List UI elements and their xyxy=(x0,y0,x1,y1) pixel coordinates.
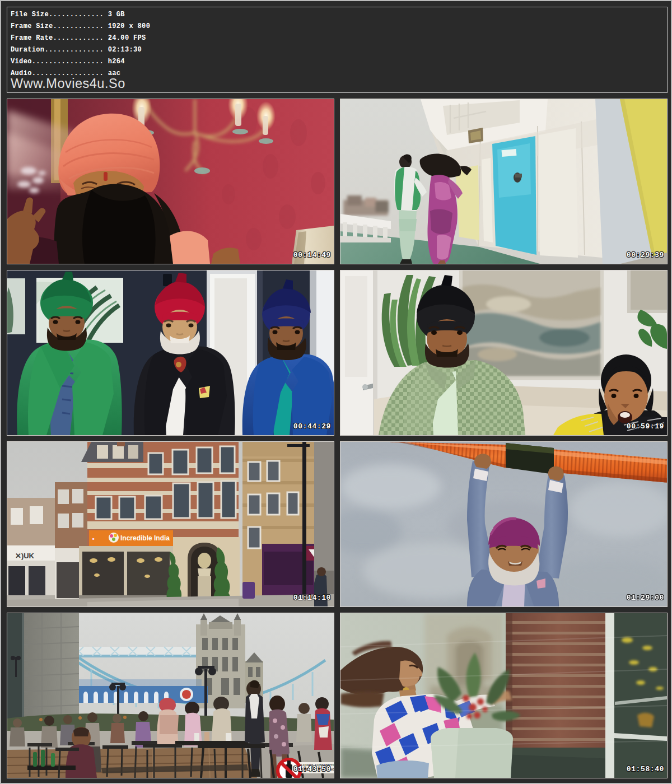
svg-text:✕)UK: ✕)UK xyxy=(15,552,35,560)
svg-text:Incredible India: Incredible India xyxy=(120,534,170,542)
svg-text:■: ■ xyxy=(92,537,95,540)
